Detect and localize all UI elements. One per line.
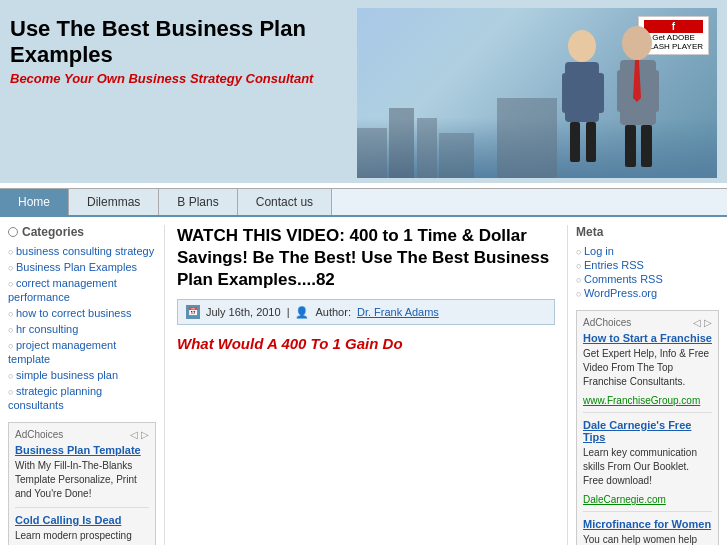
svg-rect-10	[625, 125, 636, 167]
svg-rect-16	[439, 133, 474, 178]
svg-rect-13	[357, 128, 387, 178]
svg-rect-5	[586, 122, 596, 162]
category-link[interactable]: hr consulting	[16, 323, 78, 335]
list-item: Comments RSS	[576, 272, 719, 286]
ad-right2-title[interactable]: Dale Carnegie's Free Tips	[583, 419, 712, 443]
meta-heading: Meta	[576, 225, 719, 239]
ad-box-right: AdChoices ◁ ▷ How to Start a Franchise G…	[576, 310, 719, 545]
svg-rect-8	[617, 70, 627, 112]
list-item: strategic planning consultants	[8, 384, 156, 412]
header-people-illustration	[537, 18, 687, 178]
category-link[interactable]: simple business plan	[16, 369, 118, 381]
nav-bplans[interactable]: B Plans	[159, 189, 237, 215]
ad-right2-body: Learn key communication skills From Our …	[583, 446, 712, 488]
svg-rect-14	[389, 108, 414, 178]
header: Use The Best Business Plan Examples Beco…	[0, 0, 727, 183]
category-links: business consulting strategy Business Pl…	[8, 244, 156, 412]
meta-link-wordpress[interactable]: WordPress.org	[584, 287, 657, 299]
ad-box-left: AdChoices ◁ ▷ Business Plan Template Wit…	[8, 422, 156, 545]
nav-contact[interactable]: Contact us	[238, 189, 332, 215]
list-item: hr consulting	[8, 322, 156, 336]
meta-separator: |	[287, 306, 290, 318]
ad-nav-arrows[interactable]: ◁ ▷	[130, 429, 149, 440]
meta-link-login[interactable]: Log in	[584, 245, 614, 257]
svg-rect-11	[641, 125, 652, 167]
adchoices-right-label: AdChoices	[583, 317, 631, 328]
ad-nav-right[interactable]: ◁ ▷	[693, 317, 712, 328]
ad1-body: With My Fill-In-The-Blanks Template Pers…	[15, 459, 149, 501]
ad1-title[interactable]: Business Plan Template	[15, 444, 149, 456]
article-title: WATCH THIS VIDEO: 400 to 1 Time & Dollar…	[177, 225, 555, 291]
list-item: simple business plan	[8, 368, 156, 382]
category-link[interactable]: project management template	[8, 339, 116, 365]
svg-rect-9	[649, 70, 659, 112]
article-date: July 16th, 2010	[206, 306, 281, 318]
svg-point-0	[568, 30, 596, 62]
ad-header-right: AdChoices ◁ ▷	[583, 317, 712, 328]
svg-rect-3	[594, 73, 604, 113]
category-link[interactable]: business consulting strategy	[16, 245, 154, 257]
category-link[interactable]: strategic planning consultants	[8, 385, 102, 411]
meta-link-comments[interactable]: Comments RSS	[584, 273, 663, 285]
ad-right3-body: You can help women help themselves by do…	[583, 533, 712, 545]
ad-right3-title[interactable]: Microfinance for Women	[583, 518, 712, 530]
ad-right1-link[interactable]: www.FranchiseGroup.com	[583, 395, 712, 406]
calendar-icon: 📅	[186, 305, 200, 319]
gain-text: What Would A 400 To 1 Gain Do	[177, 335, 555, 352]
ad-right1-title[interactable]: How to Start a Franchise	[583, 332, 712, 344]
category-link[interactable]: correct management performance	[8, 277, 117, 303]
meta-link-entries[interactable]: Entries RSS	[584, 259, 644, 271]
adchoices-label: AdChoices	[15, 429, 63, 440]
meta-section: Meta Log in Entries RSS Comments RSS Wor…	[576, 225, 719, 300]
navigation: Home Dilemmas B Plans Contact us	[0, 188, 727, 217]
author-prefix: Author:	[315, 306, 350, 318]
ad2-title[interactable]: Cold Calling Is Dead	[15, 514, 149, 526]
svg-rect-17	[497, 98, 557, 178]
ad-right2-link[interactable]: DaleCarnegie.com	[583, 494, 712, 505]
svg-rect-4	[570, 122, 580, 162]
svg-point-6	[622, 26, 652, 60]
site-title: Use The Best Business Plan Examples	[10, 16, 310, 69]
main-layout: Categories business consulting strategy …	[0, 217, 727, 545]
city-background	[357, 78, 557, 178]
main-content: WATCH THIS VIDEO: 400 to 1 Time & Dollar…	[165, 225, 567, 545]
sidebar-right: Meta Log in Entries RSS Comments RSS Wor…	[567, 225, 727, 545]
header-image: f Get ADOBE FLASH PLAYER	[357, 8, 717, 178]
author-icon: 👤	[295, 306, 309, 319]
ad2-body: Learn modern prospecting techniques that…	[15, 529, 149, 545]
list-item: Entries RSS	[576, 258, 719, 272]
list-item: correct management performance	[8, 276, 156, 304]
list-item: how to correct business	[8, 306, 156, 320]
list-item: Business Plan Examples	[8, 260, 156, 274]
ad-header: AdChoices ◁ ▷	[15, 429, 149, 440]
category-link[interactable]: Business Plan Examples	[16, 261, 137, 273]
article-meta: 📅 July 16th, 2010 | 👤 Author: Dr. Frank …	[177, 299, 555, 325]
sidebar-left: Categories business consulting strategy …	[0, 225, 165, 545]
site-subtitle: Become Your Own Business Strategy Consul…	[10, 71, 360, 86]
ad-right1-body: Get Expert Help, Info & Free Video From …	[583, 347, 712, 389]
nav-home[interactable]: Home	[0, 189, 69, 215]
category-link[interactable]: how to correct business	[16, 307, 132, 319]
list-item: Log in	[576, 244, 719, 258]
bullet-icon	[8, 227, 18, 237]
author-link[interactable]: Dr. Frank Adams	[357, 306, 439, 318]
categories-heading: Categories	[8, 225, 156, 239]
list-item: project management template	[8, 338, 156, 366]
list-item: business consulting strategy	[8, 244, 156, 258]
nav-dilemmas[interactable]: Dilemmas	[69, 189, 159, 215]
meta-links: Log in Entries RSS Comments RSS WordPres…	[576, 244, 719, 300]
list-item: WordPress.org	[576, 286, 719, 300]
svg-rect-15	[417, 118, 437, 178]
svg-rect-2	[562, 73, 572, 113]
